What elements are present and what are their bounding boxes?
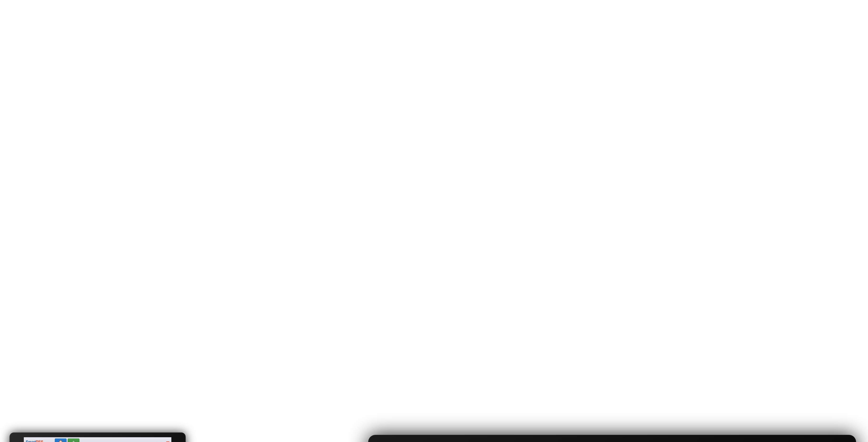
left-logo: SmartPSS bbox=[26, 440, 51, 442]
left-bezel: SmartPSS Professional Surveillance Syste… bbox=[9, 433, 186, 442]
right-bezel: SmartPSS Professional Surveillance Syste… bbox=[368, 435, 856, 442]
home-page-button[interactable]: 🏠 HOME PAGE bbox=[55, 438, 67, 442]
left-topbar: SmartPSS Professional Surveillance Syste… bbox=[24, 437, 172, 442]
left-screen: SmartPSS Professional Surveillance Syste… bbox=[24, 437, 172, 442]
add-button[interactable]: + ADD bbox=[68, 438, 80, 442]
smartpss-home-ui: SmartPSS Professional Surveillance Syste… bbox=[24, 437, 172, 442]
